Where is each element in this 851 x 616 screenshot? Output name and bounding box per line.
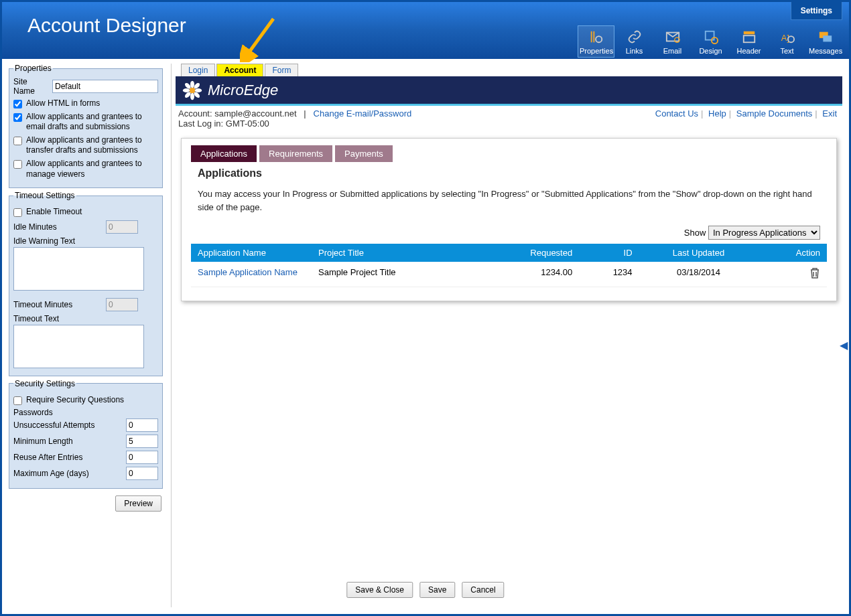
change-password-link[interactable]: Change E-mail/Password [314, 108, 412, 119]
last-login: Last Log in: GMT-05:00 [176, 119, 842, 133]
site-name-label: Site Name [13, 77, 50, 96]
max-age-input[interactable] [126, 467, 158, 480]
reuse-input[interactable] [126, 451, 158, 464]
manage-viewers-label: Allow applicants and grantees to manage … [26, 159, 158, 179]
tab-login[interactable]: Login [181, 64, 215, 76]
enable-timeout-checkbox[interactable] [13, 208, 22, 217]
inner-tab-payments[interactable]: Payments [335, 145, 393, 162]
enable-timeout-label: Enable Timeout [26, 207, 82, 218]
section-description: You may access your In Progress or Submi… [198, 187, 820, 214]
security-legend: Security Settings [13, 379, 76, 388]
properties-group: Properties Site Name Allow HTML in forms… [9, 64, 163, 188]
svg-point-17 [183, 88, 190, 92]
min-length-label: Minimum Length [13, 437, 73, 446]
settings-tab[interactable]: Settings [791, 2, 842, 20]
toolbar-messages[interactable]: Messages [807, 25, 844, 58]
toolbar-links[interactable]: Links [616, 25, 653, 58]
timeout-group: Timeout Settings Enable Timeout Idle Min… [9, 191, 163, 376]
min-length-input[interactable] [126, 435, 158, 448]
tab-form[interactable]: Form [265, 64, 298, 76]
chevron-left-icon[interactable]: ◀ [840, 339, 848, 352]
site-name-input[interactable] [52, 80, 158, 93]
toolbar-design[interactable]: Design [692, 25, 729, 58]
brand-bar: MicroEdge [176, 76, 842, 106]
col-id: ID [579, 244, 639, 262]
timeout-legend: Timeout Settings [13, 191, 76, 200]
cancel-button[interactable]: Cancel [462, 582, 504, 598]
exit-link[interactable]: Exit [822, 108, 837, 119]
svg-rect-1 [593, 31, 594, 43]
reuse-label: Reuse After Entries [13, 453, 82, 462]
timeout-text-label: Timeout Text [13, 314, 158, 323]
idle-warning-textarea[interactable] [13, 247, 144, 291]
email-drafts-checkbox[interactable] [13, 113, 22, 122]
toolbar-header[interactable]: Header [730, 25, 767, 58]
text-icon: A] [771, 28, 803, 46]
transfer-label: Allow applicants and grantees to transfe… [26, 135, 158, 156]
svg-point-16 [190, 92, 194, 100]
properties-icon [580, 28, 612, 46]
timeout-text-textarea[interactable] [13, 325, 144, 368]
save-button[interactable]: Save [419, 582, 455, 598]
messages-icon [809, 28, 842, 46]
passwords-label: Passwords [13, 408, 158, 417]
svg-point-2 [596, 36, 602, 42]
samples-link[interactable]: Sample Documents [736, 108, 812, 119]
design-icon [694, 28, 727, 46]
require-security-label: Require Security Questions [26, 395, 124, 406]
app-name-link[interactable]: Sample Application Name [198, 267, 298, 277]
account-email: sample@account.net [214, 108, 296, 119]
svg-rect-7 [743, 31, 755, 35]
header-icon [732, 28, 765, 46]
toolbar-properties[interactable]: Properties [578, 25, 614, 58]
applications-frame: Applications Requirements Payments Appli… [181, 138, 837, 301]
preview-button[interactable]: Preview [115, 495, 161, 512]
show-select[interactable]: In Progress Applications [708, 226, 820, 240]
trash-icon[interactable] [809, 267, 820, 281]
idle-minutes-label: Idle Minutes [13, 222, 57, 232]
link-icon [618, 28, 651, 46]
col-requested: Requested [478, 244, 579, 262]
tab-account[interactable]: Account [216, 64, 263, 76]
project-title-cell: Sample Project Title [312, 262, 478, 287]
flower-icon [182, 80, 202, 100]
save-close-button[interactable]: Save & Close [346, 582, 413, 598]
col-last-updated: Last Updated [639, 244, 759, 262]
inner-tab-requirements[interactable]: Requirements [259, 145, 332, 162]
properties-legend: Properties [13, 64, 53, 73]
col-app-name: Application Name [191, 244, 312, 262]
help-link[interactable]: Help [708, 108, 726, 119]
page-title: Account Designer [27, 14, 186, 37]
preview-pane: Login Account Form MicroEdge Account: sa… [171, 64, 842, 607]
toolbar-email[interactable]: Email [654, 25, 691, 58]
svg-rect-0 [590, 31, 592, 43]
sidebar: Properties Site Name Allow HTML in forms… [9, 64, 163, 607]
section-title: Applications [198, 167, 827, 179]
brand-text: MicroEdge [208, 82, 278, 99]
last-updated-cell: 03/18/2014 [639, 262, 759, 287]
contact-link[interactable]: Contact Us [655, 108, 698, 119]
svg-rect-8 [743, 35, 755, 42]
manage-viewers-checkbox[interactable] [13, 160, 22, 169]
col-project-title: Project Title [312, 244, 478, 262]
require-security-checkbox[interactable] [13, 396, 22, 405]
idle-minutes-input[interactable] [106, 220, 138, 234]
security-group: Security Settings Require Security Quest… [9, 379, 163, 489]
inner-tab-applications[interactable]: Applications [191, 145, 257, 162]
unsuccessful-input[interactable] [126, 418, 158, 432]
email-icon [656, 28, 689, 46]
account-prefix: Account: [178, 108, 214, 119]
svg-point-15 [190, 80, 194, 88]
toolbar-text[interactable]: A] Text [769, 25, 805, 58]
svg-point-18 [195, 88, 202, 92]
timeout-minutes-input[interactable] [106, 298, 138, 311]
allow-html-checkbox[interactable] [13, 100, 22, 108]
transfer-checkbox[interactable] [13, 137, 22, 145]
id-cell: 1234 [579, 262, 639, 287]
allow-html-label: Allow HTML in forms [26, 98, 100, 109]
col-action: Action [758, 244, 827, 262]
email-drafts-label: Allow applicants and grantees to email d… [26, 112, 158, 133]
table-row: Sample Application Name Sample Project T… [191, 262, 827, 287]
unsuccessful-label: Unsuccessful Attempts [13, 420, 94, 430]
timeout-minutes-label: Timeout Minutes [13, 300, 72, 309]
